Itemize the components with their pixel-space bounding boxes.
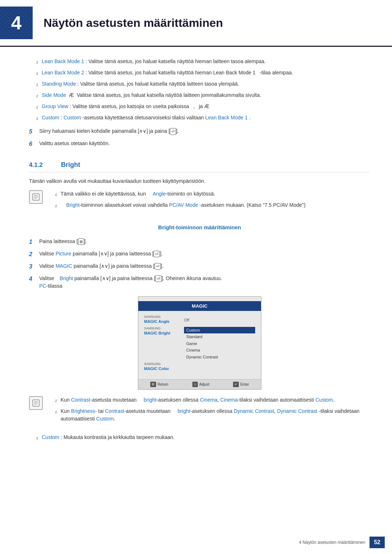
bright-options-list: Custom Standard Game Cinema Dynamic Cont…	[184, 327, 255, 361]
bright-ref-2: bright	[177, 408, 190, 414]
chapter-number: 4	[11, 9, 22, 37]
return-label: Return	[158, 382, 168, 387]
menu-footer-adjust: ◇ Adjust	[192, 382, 209, 387]
list-item: z Lean Back Mode 2 : Valitse tämä asetus…	[29, 69, 370, 77]
note-item-1: z Tämä valikko ei ole käytettävissä, kun…	[48, 190, 370, 198]
contrast-link-2: Contrast	[105, 408, 124, 414]
bullet-dot: z	[36, 116, 38, 121]
bottom-note-list: z Kun Contrast-asetusta muutetaan bright…	[48, 396, 370, 423]
bright-option-game[interactable]: Game	[184, 340, 255, 347]
bright-step-num-1: 1	[29, 238, 39, 246]
bright-option-custom[interactable]: Custom	[184, 327, 255, 334]
menu-label-color: SAMSUNG MAGIC Color	[144, 362, 184, 372]
last-bullet-text: Custom : Mukauta kontrastia ja kirkkautt…	[42, 434, 175, 441]
chapter-number-block: 4	[0, 7, 33, 39]
return-icon: ⊞	[150, 382, 156, 387]
list-item: z Lean Back Mode 1 : Valitse tämä asetus…	[29, 58, 370, 65]
step-6-text: Valittu asetus otetaan käyttöön.	[39, 140, 370, 147]
samsung-text-bright: SAMSUNG	[144, 327, 184, 330]
bottom-note-item-2: z Kun Brightness- tai Contrast-asetusta …	[48, 407, 370, 423]
side-mode-symbol: Æ Valitse tämä asetus, jos haluat katsel…	[68, 92, 261, 98]
bottom-note-1-text: Kun Contrast-asetusta muutetaan bright-a…	[61, 396, 334, 404]
last-bullet-list: z Custom : Mukauta kontrastia ja kirkkau…	[29, 434, 370, 441]
bright-step-3-text: Valitse MAGIC painamalla [∧∨] ja paina l…	[39, 262, 370, 270]
menu-label-bright: SAMSUNG MAGIC Bright	[144, 327, 184, 336]
page-footer: 4 Näytön asetusten määrittäminen 52	[0, 537, 392, 548]
bright-step-num-2: 2	[29, 250, 39, 259]
bright-link: Bright	[66, 202, 80, 208]
footer-chapter-text: 4 Näytön asetusten määrittäminen	[299, 539, 365, 546]
adjust-icon: ◇	[192, 382, 198, 387]
custom-colon: :	[61, 115, 64, 120]
bottom-note-2-text: Kun Brightness- tai Contrast-asetusta mu…	[61, 407, 370, 423]
group-view-link: Group View	[42, 103, 68, 109]
page-number-badge: 52	[369, 537, 385, 548]
list-item-text: Lean Back Mode 1 : Valitse tämä asetus, …	[42, 58, 266, 65]
list-item: z Standing Mode : Valitse tämä asetus, j…	[29, 80, 370, 88]
page-header: 4 Näytön asetusten määrittäminen	[0, 0, 392, 47]
steps-5-6: 5 Siirry haluamasi kielen kohdalle paina…	[29, 127, 370, 148]
bottom-note-item-1: z Kun Contrast-asetusta muutetaan bright…	[48, 396, 370, 404]
bright-step-1-text: Paina laitteessa [⊞].	[39, 238, 370, 245]
adjust-label: Adjust	[199, 382, 209, 387]
list-item: z Side Mode Æ Valitse tämä asetus, jos h…	[29, 91, 370, 99]
standing-mode-desc: : Valitse tämä asetus, jos haluat katsel…	[77, 81, 239, 87]
note-bullet-list: z Tämä valikko ei ole käytettävissä, kun…	[48, 190, 370, 209]
section-412-title: Bright	[61, 160, 80, 170]
bullet-dot: z	[55, 203, 57, 209]
note-icon-2	[29, 396, 43, 410]
bright-link-2: Bright	[60, 275, 73, 281]
magic-bright-label: MAGIC Bright	[144, 331, 170, 335]
note-icon-1	[29, 190, 43, 204]
magic-color-label: MAGIC Color	[144, 366, 169, 371]
menu-footer: ⊞ Return ◇ Adjust ↵ Enter	[138, 379, 261, 390]
contrast-link-1: Contrast	[71, 397, 90, 403]
step-5-text: Siirry haluamasi kielen kohdalle painama…	[39, 127, 370, 135]
list-item: z Group View : Valitse tämä asetus, jos …	[29, 103, 370, 110]
menu-footer-enter: ↵ Enter	[233, 382, 249, 387]
bright-step-2: 2 Valitse Picture painamalla [∧∨] ja pai…	[29, 250, 370, 259]
bright-ref-1: bright	[144, 397, 156, 403]
bright-step-num-4: 4	[29, 275, 39, 283]
samsung-text-color: SAMSUNG	[144, 362, 184, 366]
menu-items: SAMSUNG MAGIC Angle Off SAMSUNG MAGIC Br…	[138, 313, 261, 376]
side-mode-link: Side Mode	[42, 92, 66, 98]
pc-tilassa-text: PC	[39, 283, 46, 289]
angle-value: Off	[184, 317, 255, 323]
bright-option-standard[interactable]: Standard	[184, 333, 255, 340]
bright-option-cinema[interactable]: Cinema	[184, 347, 255, 354]
list-item-text: Group View : Valitse tämä asetus, jos ka…	[42, 103, 209, 110]
lean-back-1-ref: Lean Back Mode 1	[205, 115, 248, 120]
custom-link2: Custom	[64, 115, 81, 120]
menu-row-angle: SAMSUNG MAGIC Angle Off	[144, 315, 255, 325]
menu-box: MAGIC SAMSUNG MAGIC Angle Off SAMSUNG	[138, 296, 261, 390]
note-item-2: z Bright-toiminnon aliasetukset voivat v…	[48, 201, 370, 209]
cinema-link-2: Cinema	[220, 397, 238, 403]
section-412-header: 4.1.2 Bright	[29, 160, 370, 172]
custom-end: .	[249, 115, 250, 120]
page: 4 Näytön asetusten määrittäminen z Lean …	[0, 0, 392, 554]
custom-desc: -asetusta käytettäessä oletusarvoiseksi …	[82, 115, 205, 120]
note-item-2-text: Bright-toiminnon aliasetukset voivat vai…	[61, 201, 306, 209]
menu-row-bright: SAMSUNG MAGIC Bright Custom Standard Gam…	[144, 327, 255, 361]
standing-mode-link: Standing Mode	[42, 81, 76, 87]
bright-step-4-text: Valitse Bright painamalla [∧∨] ja paina …	[39, 275, 370, 290]
bullet-dot: z	[36, 93, 38, 99]
lean-back-1-link: Lean Back Mode 1	[42, 58, 84, 64]
custom-link-3: Custom	[315, 397, 333, 403]
dynamic-link-2: Dynamic Contrast	[277, 408, 317, 414]
bullet-dot: z	[36, 71, 38, 76]
dynamic-link-1: Dynamic Contrast	[234, 408, 274, 414]
note-box-2: z Kun Contrast-asetusta muutetaan bright…	[29, 396, 370, 428]
picture-link: Picture	[56, 251, 72, 257]
menu-row-color: SAMSUNG MAGIC Color	[144, 362, 255, 372]
bullet-dot: z	[55, 398, 57, 403]
bright-option-dynamic[interactable]: Dynamic Contrast	[184, 354, 255, 361]
bright-subsection-heading: Bright-toiminnon määrittäminen	[29, 223, 370, 232]
custom-link1: Custom	[42, 115, 59, 120]
note-content-2: z Kun Contrast-asetusta muutetaan bright…	[48, 396, 370, 428]
samsung-text-angle: SAMSUNG	[144, 315, 184, 319]
bullet-dot: z	[36, 59, 38, 65]
menu-image-wrapper: MAGIC SAMSUNG MAGIC Angle Off SAMSUNG	[29, 296, 370, 390]
bright-step-2-text: Valitse Picture painamalla [∧∨] ja paina…	[39, 250, 370, 258]
